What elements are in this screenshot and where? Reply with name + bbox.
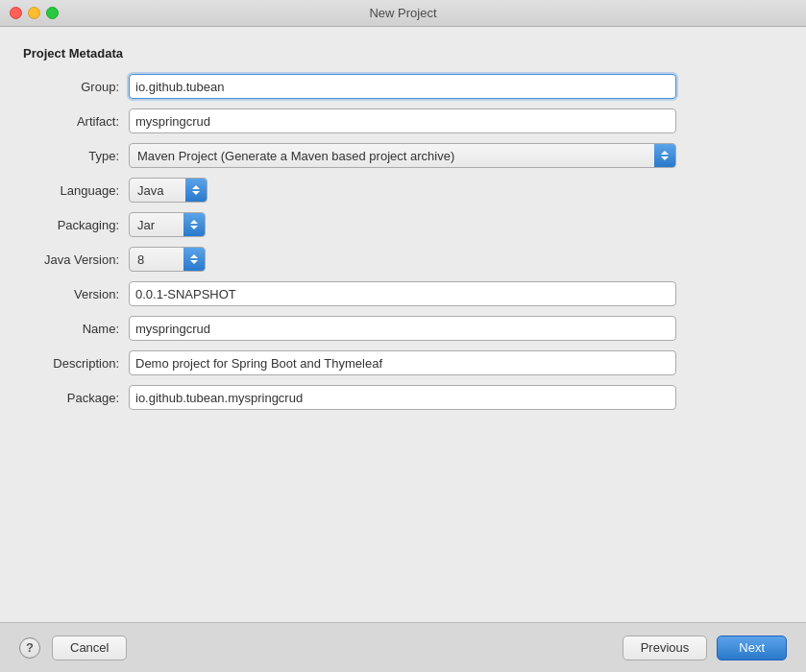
close-button[interactable] [10,7,22,19]
next-button[interactable]: Next [717,636,787,660]
minimize-button[interactable] [28,7,40,19]
help-button[interactable]: ? [19,637,40,659]
bottom-right: Previous Next [623,636,787,660]
java-version-select-wrapper: 8 11 17 [129,247,206,272]
type-select[interactable]: Maven Project (Generate a Maven based pr… [129,143,676,168]
package-input[interactable] [129,385,676,410]
section-title: Project Metadata [23,46,783,60]
window-title: New Project [369,6,436,20]
language-label: Language: [23,183,129,198]
version-input[interactable] [129,281,676,306]
type-label: Type: [23,149,129,163]
packaging-select-wrapper: Jar War [129,212,206,237]
group-label: Group: [23,80,129,94]
form-grid: Group: Artifact: Type: Maven Project (Ge… [23,74,676,410]
language-select[interactable]: Java Kotlin Groovy [129,178,208,203]
description-label: Description: [23,356,129,371]
traffic-lights [10,7,59,19]
java-version-label: Java Version: [23,252,129,267]
bottom-bar: ? Cancel Previous Next [0,622,806,672]
packaging-select[interactable]: Jar War [129,212,206,237]
maximize-button[interactable] [46,7,59,19]
main-content: Project Metadata Group: Artifact: Type: … [0,27,806,622]
language-select-wrapper: Java Kotlin Groovy [129,178,208,203]
packaging-label: Packaging: [23,218,129,232]
artifact-input[interactable] [129,108,676,133]
bottom-left: ? Cancel [19,636,127,660]
name-label: Name: [23,322,129,336]
title-bar: New Project [0,0,806,27]
description-input[interactable] [129,350,676,375]
type-select-wrapper: Maven Project (Generate a Maven based pr… [129,143,676,168]
version-label: Version: [23,287,129,301]
cancel-button[interactable]: Cancel [52,636,127,660]
group-input[interactable] [129,74,676,99]
package-label: Package: [23,391,129,405]
previous-button[interactable]: Previous [623,636,708,660]
name-input[interactable] [129,316,676,341]
artifact-label: Artifact: [23,114,129,129]
java-version-select[interactable]: 8 11 17 [129,247,206,272]
